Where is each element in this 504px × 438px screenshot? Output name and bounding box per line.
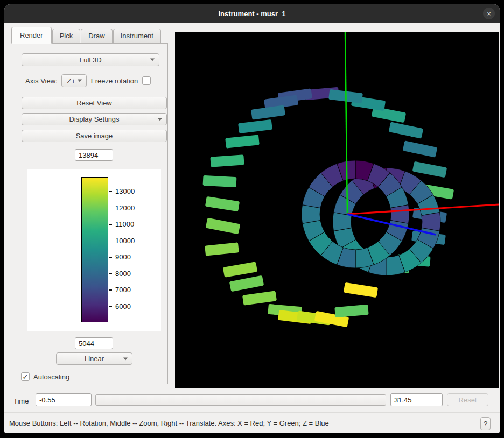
detector-panel[interactable] — [412, 161, 447, 178]
colorbar-tick-mark — [109, 224, 112, 225]
colorbar-tick-label: 9000 — [115, 253, 131, 261]
time-min-input[interactable]: -0.55 — [36, 393, 92, 406]
detector-panel[interactable] — [203, 175, 237, 187]
axis-view-dropdown[interactable]: Z+ — [61, 74, 87, 87]
colorbar-tick-mark — [109, 191, 112, 192]
detector-panel[interactable] — [205, 196, 240, 211]
colorbar-tick-mark — [109, 289, 112, 291]
scale-min-input[interactable]: 5044 — [75, 337, 113, 349]
instrument-3d-view[interactable] — [175, 32, 499, 388]
screen: Instrument - musr_1 × Render Pick Draw I… — [0, 0, 504, 438]
chevron-down-icon — [150, 59, 155, 61]
window-title: Instrument - musr_1 — [219, 10, 286, 18]
axis-view-value: Z+ — [67, 77, 75, 85]
colorbar-tick-mark — [109, 241, 112, 242]
time-max-input[interactable]: 31.45 — [390, 393, 443, 406]
colorbar-tick-mark — [109, 273, 112, 274]
projection-value: Full 3D — [79, 56, 101, 64]
detector-panel[interactable] — [223, 262, 257, 277]
projection-dropdown[interactable]: Full 3D — [22, 53, 159, 66]
detector-panel[interactable] — [344, 282, 378, 298]
autoscaling-row: ✓ Autoscaling — [21, 372, 69, 381]
tab-instrument[interactable]: Instrument — [113, 29, 161, 44]
colorbar-gradient[interactable] — [81, 177, 108, 322]
colorbar-tick-label: 8000 — [115, 270, 131, 278]
colorbar-tick-label: 13000 — [115, 187, 135, 195]
detector-panel[interactable] — [334, 305, 368, 317]
colorbar-tick-mark — [109, 208, 112, 209]
colorbar-tick-label: 6000 — [115, 302, 131, 310]
autoscaling-checkbox[interactable]: ✓ — [21, 372, 30, 381]
detector-panel[interactable] — [389, 122, 424, 138]
title-bar[interactable]: Instrument - musr_1 × — [4, 4, 500, 23]
chevron-down-icon — [123, 357, 128, 360]
tab-render[interactable]: Render — [11, 27, 52, 44]
detector-panel[interactable] — [210, 154, 244, 167]
save-image-button[interactable]: Save image — [22, 130, 167, 142]
time-label: Time — [13, 397, 29, 405]
colorbar-tick-label: 10000 — [115, 237, 135, 245]
colorbar-tick-mark — [109, 306, 112, 307]
status-bar: Mouse Buttons: Left -- Rotation, Middle … — [4, 412, 500, 433]
scale-type-value: Linear — [85, 355, 104, 363]
time-bar: Time -0.55 31.45 Reset — [4, 393, 500, 412]
close-icon[interactable]: × — [483, 8, 495, 19]
detector-panel[interactable] — [225, 135, 260, 148]
tab-pick[interactable]: Pick — [52, 29, 81, 44]
check-icon: ✓ — [23, 373, 29, 381]
scale-type-dropdown[interactable]: Linear — [56, 352, 132, 365]
render-tab-pane: Full 3D Axis View: Z+ Freeze rotation Re… — [13, 43, 168, 384]
time-slider[interactable] — [95, 394, 386, 406]
detector-panel[interactable] — [242, 291, 277, 305]
colorbar-tick-mark — [109, 257, 112, 258]
axis-view-row: Axis View: Z+ Freeze rotation — [25, 74, 165, 88]
tab-bar: Render Pick Draw Instrument — [11, 29, 162, 44]
detector-panel[interactable] — [205, 242, 239, 256]
instrument-window: Instrument - musr_1 × Render Pick Draw I… — [4, 4, 500, 433]
display-settings-button[interactable]: Display Settings — [22, 113, 167, 125]
axis-view-label: Axis View: — [25, 77, 58, 85]
status-help-text: Mouse Buttons: Left -- Rotation, Middle … — [9, 419, 329, 427]
colorbar-tick-label: 7000 — [115, 286, 131, 294]
reset-view-button[interactable]: Reset View — [22, 97, 167, 109]
time-reset-button[interactable]: Reset — [447, 393, 488, 406]
detector-panel[interactable] — [206, 218, 240, 234]
scale-max-input[interactable]: 13894 — [75, 149, 113, 161]
freeze-rotation-label: Freeze rotation — [91, 77, 138, 85]
chevron-down-icon — [158, 118, 162, 121]
detector-panel[interactable] — [403, 140, 438, 157]
tab-draw[interactable]: Draw — [81, 29, 112, 44]
colorbar-panel: 130001200011000100009000800070006000 — [27, 169, 161, 331]
detector-panel[interactable] — [238, 119, 272, 133]
help-button[interactable]: ? — [480, 417, 491, 430]
colorbar-tick-label: 11000 — [115, 220, 134, 228]
detector-panel[interactable] — [229, 275, 264, 292]
colorbar-tick-label: 12000 — [115, 204, 135, 212]
freeze-rotation-checkbox[interactable] — [142, 76, 151, 85]
autoscaling-label: Autoscaling — [33, 373, 69, 381]
chevron-down-icon — [78, 80, 82, 82]
